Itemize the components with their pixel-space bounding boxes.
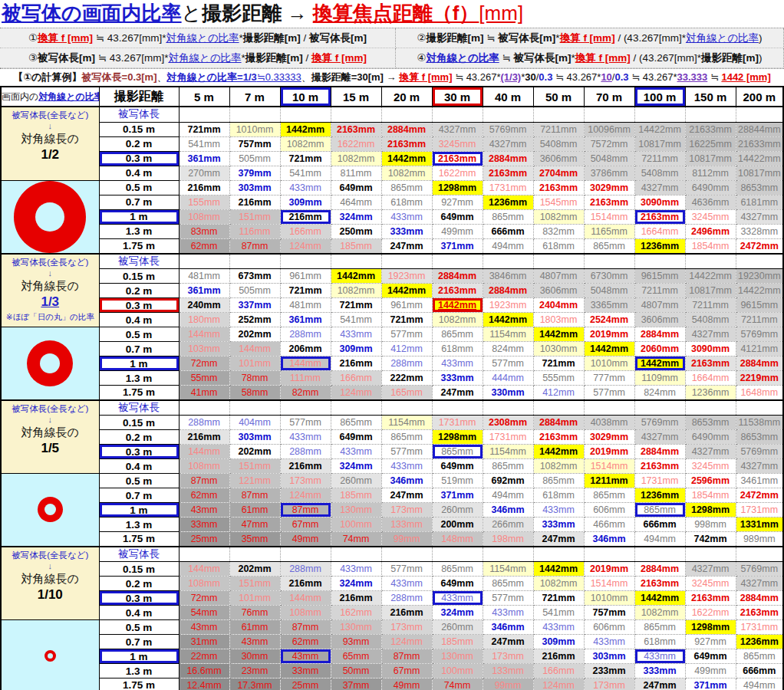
focal-length-cell: 324mm [331,459,381,474]
text-segment: 換算 f [mm] [560,32,615,44]
text-segment: [mm] [479,2,523,25]
focal-length-cell: 93mm [331,635,381,649]
focal-length-cell: 865mm [634,503,685,518]
subject-length-row-label: 1.3 m [99,371,179,386]
focal-length-cell: 1236mm [483,195,533,209]
focal-length-cell: 4327mm [634,180,685,195]
empty-cell [483,547,533,562]
text-segment: ) [759,32,763,44]
focal-length-cell: 5769mm [736,445,783,459]
diagonal-caption: 対角線長の [2,425,99,440]
focal-length-cell: 124mm [331,386,381,400]
empty-cell [634,254,685,269]
focal-length-cell: 270mm [179,166,229,180]
focal-length-cell: 721mm [533,356,584,371]
focal-length-cell: 618mm [432,342,483,356]
focal-length-cell: 41mm [179,386,229,400]
focal-length-cell: 288mm [280,562,331,577]
text-segment: 対角線との比率=1/3 [166,71,256,83]
focal-length-cell: 927mm [432,195,483,209]
focal-length-cell: 346mm [584,532,634,547]
text-segment: 0.3 [614,71,628,83]
focal-length-cell: 166mm [280,224,331,238]
focal-length-cell: 87mm [229,238,280,253]
focal-length-cell: 166mm [533,664,584,678]
subject-length-row-label: 1 m [99,356,179,371]
subject-length-row-label: 0.2 m [99,430,179,445]
distance-header: 撮影距離 [99,87,179,107]
focal-length-cell: 3365mm [584,298,634,313]
focal-length-cell: 757mm [229,136,280,151]
focal-length-cell: 288mm [381,591,432,606]
text-segment: ) [759,52,763,64]
diagonal-caption: 対角線長の [2,571,99,586]
focal-length-cell: 2472mm [736,238,783,253]
formula-3: ③被写体長[m] ≒ 43.267[mm]*対角線との比率*撮影距離[m] / … [0,48,396,68]
focal-length-cell: 14422mm [736,284,783,298]
focal-length-cell: 4327mm [483,136,533,151]
focal-length-cell: 17.3mm [229,678,280,690]
subject-length-row-label: 0.7 m [99,342,179,356]
distance-column-header: 100 m [634,87,685,107]
focal-length-cell: 4327mm [685,562,736,577]
focal-length-cell: 173mm [381,620,432,635]
focal-length-cell: 50mm [331,664,381,678]
focal-length-cell: 1010mm [229,122,280,136]
subject-length-caption: 被写体長(全長など) [2,550,99,561]
ratio-value: 1/3 [2,294,99,310]
focal-length-cell: 82mm [280,386,331,400]
text-segment: 換算 f [mm] [575,52,631,64]
focal-length-cell: 144mm [229,342,280,356]
focal-length-cell: 541mm [331,313,381,327]
focal-length-cell: 2884mm [483,151,533,166]
text-segment: 撮影距離[m] [243,32,301,44]
hinomaru-note: ※ほぼ「日の丸」の比率 [2,312,99,323]
focal-length-cell: 2524mm [584,313,634,327]
focal-length-cell: 14422mm [634,122,685,136]
diagonal-caption: 対角線長の [2,131,99,146]
empty-cell [381,547,432,562]
text-segment: 被写体長[m] [38,52,95,64]
distance-column-header: 5 m [179,87,229,107]
focal-length-cell: 78mm [229,371,280,386]
distance-column-header: 15 m [331,87,381,107]
focal-length-cell: 130mm [331,620,381,635]
ratio-corner-header: 画面内の対角線との比率 [1,87,99,107]
focal-length-cell: 1854mm [685,488,736,503]
focal-length-cell: 865mm [584,238,634,253]
text-segment: ③ [28,52,38,64]
focal-length-cell: 2163mm [584,195,634,209]
focal-length-cell: 4327mm [736,459,783,474]
focal-length-cell: 961mm [381,298,432,313]
empty-cell [331,254,381,269]
focal-length-cell: 618mm [533,488,584,503]
text-segment: 対角線との比率 [686,32,759,44]
subject-length-row-label: 0.3 m [99,591,179,606]
focal-length-cell: 1154mm [483,445,533,459]
focal-length-cell: 130mm [432,649,483,664]
focal-length-cell: 1514mm [584,459,634,474]
focal-length-cell: 43mm [280,649,331,664]
focal-length-cell: 144mm [179,327,229,342]
subject-length-row-label: 0.5 m [99,180,179,195]
subject-length-caption: 被写体長(全長など) [2,257,99,268]
focal-length-cell: 1236mm [736,635,783,649]
distance-column-header: 50 m [533,87,584,107]
empty-cell [685,400,736,416]
focal-length-cell: 1010mm [584,356,634,371]
subject-length-caption: 被写体長(全長など) [2,110,99,121]
focal-length-cell: 2163mm [685,591,736,606]
empty-cell [685,547,736,562]
text-segment: ② [417,32,426,44]
focal-length-cell: 1109mm [634,371,685,386]
focal-length-cell: 2596mm [685,474,736,488]
focal-length-cell: 25mm [280,678,331,690]
focal-length-cell: 1082mm [331,151,381,166]
focal-length-cell: 346mm [381,474,432,488]
focal-length-cell: 361mm [179,284,229,298]
subject-length-row-label: 0.4 m [99,313,179,327]
focal-length-cell: 3029mm [584,430,634,445]
focal-length-cell: 7211mm [736,313,783,327]
focal-length-cell: 333mm [533,518,584,532]
focal-length-cell: 4327mm [634,430,685,445]
